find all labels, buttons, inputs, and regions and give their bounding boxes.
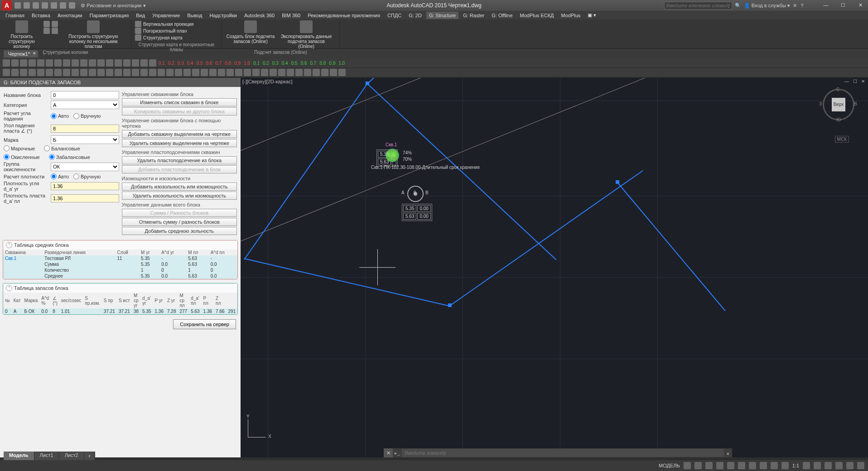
tool-icon[interactable]: [244, 69, 251, 76]
tool-icon[interactable]: [338, 69, 346, 76]
layout-tab-sheet1[interactable]: Лист1: [34, 452, 59, 460]
tab-gstructure[interactable]: G: Structure: [426, 12, 458, 19]
undo-sum-button[interactable]: Отменить сумму / разность блоков: [122, 218, 237, 226]
vertex[interactable]: [616, 180, 619, 184]
tab-addins[interactable]: Надстройки: [207, 12, 240, 19]
undo-icon[interactable]: [60, 2, 66, 9]
add-iso-button[interactable]: Добавить изозольность или изомощность: [122, 183, 237, 191]
tab-graster[interactable]: G: Raster: [460, 12, 487, 19]
tool-icon[interactable]: [330, 69, 337, 76]
workspace-dropdown[interactable]: ⚙ Рисование и аннотации ▾: [81, 3, 146, 9]
tool-icon[interactable]: [72, 59, 79, 67]
cycling-icon[interactable]: [771, 462, 778, 469]
tool-icon[interactable]: [3, 59, 10, 67]
del-intersection-button[interactable]: Удалить пластоподсечение из блока: [122, 156, 237, 164]
search-icon[interactable]: 🔍: [735, 3, 741, 9]
tool-icon[interactable]: [97, 59, 105, 67]
tool-icon[interactable]: [46, 69, 53, 76]
table-row[interactable]: Сумма5.350.05.630.0: [3, 261, 237, 267]
tool-icon[interactable]: [158, 69, 165, 76]
close-button[interactable]: ✕: [855, 2, 865, 9]
tab-param[interactable]: Параметризация: [87, 12, 131, 19]
tool-icon[interactable]: [63, 59, 70, 67]
tool-icon[interactable]: [149, 59, 156, 67]
login-link[interactable]: 👤 Вход в службы ▾: [744, 3, 790, 9]
isolate-icon[interactable]: [835, 462, 843, 469]
tab-g2d[interactable]: G: 2D: [406, 12, 424, 19]
tool-icon[interactable]: [37, 69, 44, 76]
add-layout-icon[interactable]: ＋: [84, 452, 95, 460]
tool-icon[interactable]: [123, 69, 130, 76]
vert-proj-button[interactable]: Вертикальная проекция: [135, 21, 218, 27]
search-input[interactable]: [664, 2, 732, 10]
open-icon[interactable]: [24, 2, 30, 9]
collapse-icon[interactable]: ˄: [6, 242, 12, 248]
vp-restore-icon[interactable]: ☐: [852, 79, 858, 85]
tool-icon[interactable]: [201, 69, 208, 76]
marochnye-radio[interactable]: Марочные: [4, 145, 35, 151]
close-tab-icon[interactable]: ✕: [33, 51, 36, 56]
tool-icon[interactable]: [295, 69, 303, 76]
tool-icon[interactable]: [11, 59, 19, 67]
create-block-button[interactable]: Создать блок подсчета запасов (Online): [226, 20, 275, 44]
oxgroup-select[interactable]: ОК: [51, 163, 119, 171]
vp-minimize-icon[interactable]: —: [844, 79, 850, 85]
polar-toggle-icon[interactable]: [716, 462, 723, 469]
tool-icon[interactable]: [227, 69, 234, 76]
layout-tab-model[interactable]: Модель: [4, 452, 34, 460]
vp-close-icon[interactable]: ✕: [860, 79, 866, 85]
grid3-icon[interactable]: [43, 28, 50, 34]
tool-icon[interactable]: [72, 69, 79, 76]
del-well-draw-button[interactable]: Удалить скважину выделением на чертеже: [122, 139, 237, 147]
tool-icon[interactable]: [321, 69, 328, 76]
clean-icon[interactable]: [846, 462, 854, 469]
tool-icon[interactable]: [287, 69, 294, 76]
tool-icon[interactable]: [313, 69, 320, 76]
grid-icon[interactable]: [43, 21, 50, 27]
tool-icon[interactable]: [261, 69, 268, 76]
structmap-button[interactable]: Структурная карта: [135, 34, 218, 41]
tool-icon[interactable]: [106, 59, 113, 67]
tool-icon[interactable]: [278, 69, 285, 76]
grid-toggle-icon[interactable]: [684, 462, 691, 469]
tab-modplus-eskd[interactable]: ModPlus ЕСКД: [517, 12, 557, 19]
dens-ug-input[interactable]: [51, 182, 119, 190]
build-multi-column-button[interactable]: Построить структурную колонку по несколь…: [62, 20, 125, 49]
tool-icon[interactable]: [192, 69, 199, 76]
tool-icon[interactable]: [20, 59, 27, 67]
category-select[interactable]: A: [51, 101, 119, 109]
tab-a360[interactable]: Autodesk 360: [241, 12, 277, 19]
dens-auto-radio[interactable]: Авто: [51, 173, 69, 179]
tool-icon[interactable]: [29, 59, 36, 67]
customize-icon[interactable]: [857, 462, 864, 469]
tool-icon[interactable]: [252, 69, 260, 76]
vertex[interactable]: [366, 82, 369, 85]
tab-bim360[interactable]: BIM 360: [279, 12, 303, 19]
help-icon[interactable]: ？: [800, 2, 805, 9]
cmd-close-icon[interactable]: ✕: [384, 448, 393, 457]
dens-pl-input[interactable]: [51, 194, 119, 202]
tool-icon[interactable]: [140, 69, 148, 76]
table-row[interactable]: 0AБ ОК0.081.0137.2137.21385.351.367.2827…: [3, 308, 237, 314]
tool-icon[interactable]: [209, 69, 217, 76]
table-row[interactable]: Среднее5.350.05.630.0: [3, 273, 237, 279]
add-tab-icon[interactable]: ＋: [42, 50, 47, 57]
tool-icon[interactable]: [46, 59, 53, 67]
tool-icon[interactable]: [37, 59, 44, 67]
tab-featured[interactable]: Рекомендованные приложения: [305, 12, 383, 19]
cmd-history-icon[interactable]: ▴: [724, 450, 732, 456]
tool-icon[interactable]: [175, 69, 182, 76]
tool-icon[interactable]: [123, 59, 130, 67]
saveas-icon[interactable]: [42, 2, 48, 9]
file-tab[interactable]: Чертеж1*✕: [4, 50, 38, 58]
maximize-button[interactable]: ☐: [838, 2, 848, 9]
ortho-toggle-icon[interactable]: [705, 462, 713, 469]
tool-icon[interactable]: [63, 69, 70, 76]
tool-icon[interactable]: [54, 69, 62, 76]
viewcube[interactable]: Верх С Ю В З: [823, 89, 854, 120]
osnap-toggle-icon[interactable]: [727, 462, 734, 469]
tool-icon[interactable]: [132, 69, 139, 76]
redo-icon[interactable]: [69, 2, 75, 9]
add-well-draw-button[interactable]: Добавить скважину выделением на чертеже: [122, 130, 237, 138]
collapse-icon[interactable]: ˄: [6, 285, 12, 291]
